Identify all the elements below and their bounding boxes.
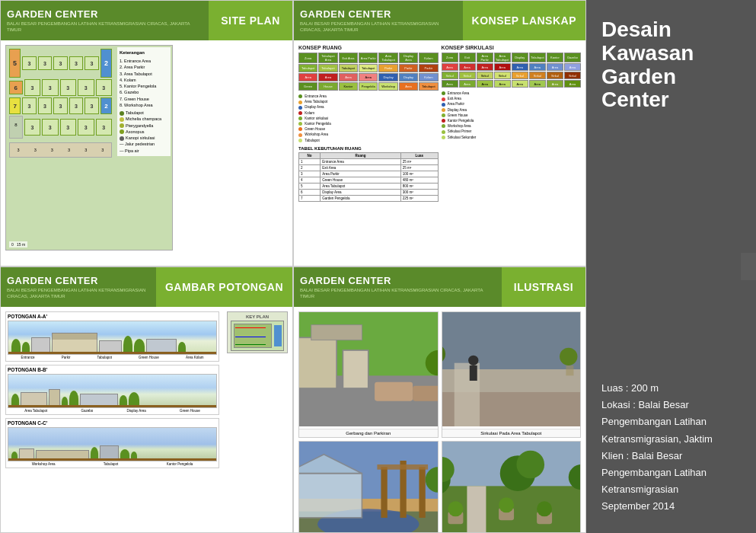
- map-grid: 5 3 3 3 3 3 2 6 3 3 3: [6, 46, 115, 250]
- legend-item-4: 4. Kolam: [120, 77, 168, 83]
- svg-point-13: [468, 356, 478, 365]
- panel4-org: GARDEN CENTER BALAI BESAR PENGEMBANGAN L…: [294, 267, 502, 307]
- konsep-ruang-grid: Zona Tabulapot Area Exit Area Area Parki…: [298, 53, 439, 91]
- panel4-body: Gerbang dan Parkiran: [294, 307, 585, 533]
- info-date: September 2014: [601, 498, 741, 515]
- photo-gerbang: [299, 312, 438, 426]
- konsep-sirkul-grid: Zona Exit Area Parkir Area Tabulapot Dis…: [442, 53, 582, 88]
- svg-rect-2: [299, 337, 337, 388]
- svg-rect-26: [381, 467, 387, 518]
- key-plan-label: KEY PLAN: [231, 314, 284, 351]
- svg-point-42: [499, 497, 514, 512]
- panel2-body: KONSEP RUANG Zona Tabulapot Area Exit Ar…: [294, 40, 585, 266]
- panel4-org-name: GARDEN CENTER: [300, 275, 496, 286]
- svg-point-44: [537, 501, 552, 516]
- panels-grid: GARDEN CENTER BALAI BESAR PENGEMBANGAN L…: [0, 0, 586, 533]
- svg-rect-33: [467, 486, 486, 533]
- right-panel: DesainKawasanGardenCenter Luas : 200 m L…: [586, 0, 756, 533]
- panel1-header: GARDEN CENTER BALAI BESAR PENGEMBANGAN L…: [1, 1, 292, 40]
- panel-ilustrasi: GARDEN CENTER BALAI BESAR PENGEMBANGAN L…: [293, 266, 586, 533]
- svg-rect-24: [299, 474, 362, 518]
- legend-line-1: — Jalur pedestrian: [120, 141, 168, 147]
- map-legend: Keterangan 1. Entrance Area 2. Area Park…: [117, 47, 171, 156]
- svg-rect-28: [419, 467, 425, 518]
- ilustrasi-tabulapot: Area Tabulapot: [442, 441, 582, 533]
- arrow-decoration: [741, 244, 756, 289]
- panel-site-plan: GARDEN CENTER BALAI BESAR PENGEMBANGAN L…: [0, 0, 293, 266]
- info-luas: Luas : 200 m: [601, 380, 741, 397]
- panel3-org-subtitle: BALAI BESAR PENGEMBANGAN LATIHAN KETRANS…: [7, 288, 150, 298]
- right-info: Luas : 200 m Lokasi : Balai Besar Pengem…: [601, 380, 741, 515]
- panel1-body: 5 3 3 3 3 3 2 6 3 3 3: [1, 40, 292, 266]
- svg-rect-7: [375, 382, 413, 401]
- svg-rect-19: [566, 365, 573, 375]
- potongan-aa-labels: EntranceParkirTabulapotGreen HouseArea K…: [8, 356, 217, 359]
- konsep-ruang-title: KONSEP RUANG: [298, 45, 439, 50]
- legend-item-8: 8. Workshop Area: [120, 102, 168, 108]
- panel2-org: GARDEN CENTER BALAI BESAR PENGEMBANGAN L…: [294, 1, 463, 40]
- tabel-kebutuhan: TABEL KEBUTUHAN RUANG NoRuangLuas 1Entra…: [298, 146, 439, 202]
- panel3-org: GARDEN CENTER BALAI BESAR PENGEMBANGAN L…: [1, 267, 156, 307]
- potongan-bb-labels: Area TabulapotGazeboDisplay AreaGreen Ho…: [8, 409, 217, 413]
- legend-dot-4: Axonopus: [120, 129, 168, 135]
- panel2-label: KONSEP LANSKAP: [463, 1, 585, 40]
- svg-point-17: [560, 348, 577, 365]
- info-lokasi: Lokasi : Balai Besar Pengembangan Latiha…: [601, 397, 741, 447]
- potongan-aa-label: POTONGAN A-A': [8, 314, 217, 319]
- panel2-org-subtitle: BALAI BESAR PENGEMBANGAN LATIHAN KETRANS…: [300, 21, 457, 32]
- site-plan-map: 5 3 3 3 3 3 2 6 3 3 3: [5, 45, 173, 251]
- svg-point-37: [516, 451, 544, 479]
- ilustrasi-gerbang: Gerbang dan Parkiran: [298, 311, 439, 438]
- panel1-org-name: GARDEN CENTER: [7, 8, 203, 20]
- panel4-header: GARDEN CENTER BALAI BESAR PENGEMBANGAN L…: [294, 267, 585, 307]
- svg-point-40: [448, 501, 463, 516]
- photo-sirkulasi: [442, 312, 581, 426]
- legend-item-3: 3. Area Tabulapot: [120, 71, 168, 77]
- potongan-cc-diagram: [8, 427, 217, 461]
- potongan-aa-section: POTONGAN A-A': [5, 311, 219, 362]
- svg-rect-4: [311, 325, 362, 340]
- panel4-label: ILUSTRASI: [502, 267, 585, 307]
- konsep-ruang-legend: Entrance Area Area Tabulapot Display Are…: [298, 94, 439, 143]
- key-plan: KEY PLAN: [227, 311, 288, 353]
- panel2-header: GARDEN CENTER BALAI BESAR PENGEMBANGAN L…: [294, 1, 585, 40]
- potongan-bb-diagram: [8, 374, 217, 408]
- ilustrasi-sirkulasi: Sirkulasi Pada Area Tabulapot: [442, 311, 582, 438]
- legend-item-2: 2. Area Parkir: [120, 64, 168, 70]
- svg-rect-14: [469, 365, 477, 381]
- konsep-ruang-section: KONSEP RUANG Zona Tabulapot Area Exit Ar…: [298, 45, 439, 202]
- konsep-sirkul-legend: Entrance Area Exit Area Area Parkir Disp…: [442, 91, 582, 140]
- ilustrasi-greenhouse: Green House dan Kolam: [298, 441, 439, 533]
- potongan-aa-diagram: [8, 321, 217, 355]
- info-klien: Klien : Balai Besar Pengembangan Latihan…: [601, 448, 741, 498]
- kebutuhan-table: NoRuangLuas 1Entrance Area25 m² 2Exit Ar…: [298, 152, 439, 202]
- svg-rect-8: [413, 386, 437, 401]
- photo-tabulapot: [442, 442, 581, 533]
- right-title: DesainKawasanGardenCenter: [601, 18, 741, 112]
- legend-item-7: 7. Green House: [120, 96, 168, 102]
- legend-item-5: 5. Kantor Pengelola: [120, 83, 168, 89]
- potongan-bb-section: POTONGAN B-B': [5, 365, 219, 415]
- panel1-org: GARDEN CENTER BALAI BESAR PENGEMBANGAN L…: [1, 1, 209, 40]
- panel3-label: GAMBAR POTONGAN: [156, 267, 292, 307]
- legend-dot-3: Pterygandyella: [120, 123, 168, 129]
- potongan-cc-label: POTONGAN C-C': [8, 420, 217, 426]
- panel1-org-subtitle: BALAI BESAR PENGEMBANGAN LATIHAN KETRANS…: [7, 21, 203, 32]
- legend-item-1: 1. Entrance Area: [120, 58, 168, 64]
- legend-dot-1: Tabulapot: [120, 110, 168, 116]
- legend-title: Keterangan: [120, 49, 168, 56]
- panel1-label: SITE PLAN: [209, 1, 292, 40]
- panel3-body: KEY PLAN: [1, 307, 292, 532]
- potongan-bb-label: POTONGAN B-B': [8, 367, 217, 372]
- legend-dot-2: Michelia champaca: [120, 116, 168, 122]
- panel3-header: GARDEN CENTER BALAI BESAR PENGEMBANGAN L…: [1, 267, 292, 307]
- panel-potongan: GARDEN CENTER BALAI BESAR PENGEMBANGAN L…: [0, 266, 293, 533]
- key-plan-diagram: [231, 321, 284, 351]
- caption-sirkulasi: Sirkulasi Pada Area Tabulapot: [442, 429, 581, 437]
- panel3-org-name: GARDEN CENTER: [7, 275, 150, 286]
- konsep-row: KONSEP RUANG Zona Tabulapot Area Exit Ar…: [298, 45, 581, 202]
- konsep-sirkul-title: KONSEP SIRKULASI: [442, 45, 582, 50]
- legend-dot-5: Kanopi sirkulasi: [120, 135, 168, 141]
- main-content: GARDEN CENTER BALAI BESAR PENGEMBANGAN L…: [0, 0, 586, 533]
- legend-item-6: 6. Gazebo: [120, 89, 168, 95]
